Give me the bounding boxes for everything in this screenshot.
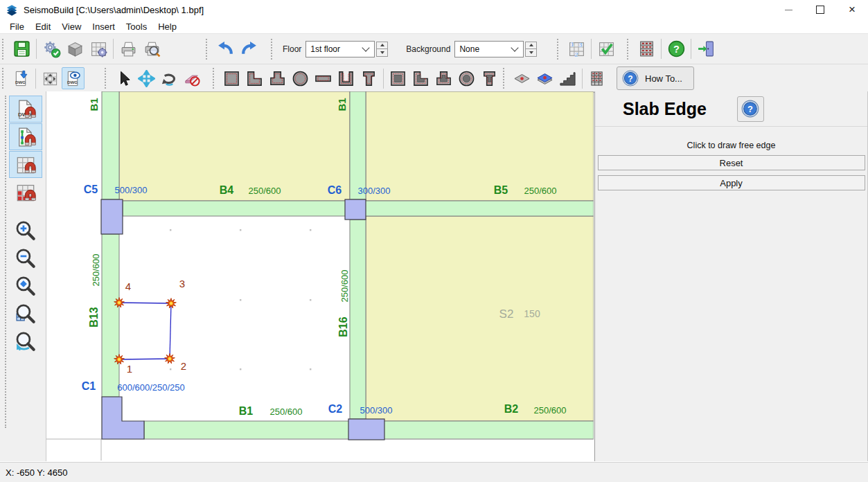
toolbar-grip[interactable] <box>627 39 631 60</box>
maximize-button[interactable] <box>804 0 836 19</box>
free-edge-point-number: 2 <box>181 360 186 372</box>
slab-s2[interactable] <box>366 216 594 421</box>
apply-button[interactable]: Apply <box>598 175 865 190</box>
beam-b13-vertical[interactable] <box>102 234 119 397</box>
section-L-icon <box>246 70 263 87</box>
floor-spinner[interactable] <box>376 42 388 57</box>
free-edge-line[interactable] <box>119 359 170 359</box>
exit-door-button[interactable] <box>694 37 718 61</box>
floor-select[interactable]: 1st floor <box>305 41 375 57</box>
toolbar-grip[interactable] <box>213 68 217 89</box>
how-to-button[interactable]: ?How To... <box>617 66 694 90</box>
reset-button[interactable]: Reset <box>598 155 865 170</box>
drawing-label: 250/600 <box>524 186 557 196</box>
section-circle-jacketed-button[interactable] <box>455 67 478 89</box>
building-frame-button[interactable] <box>635 37 658 61</box>
toolbar-grip[interactable] <box>271 39 275 60</box>
section-wall-button[interactable] <box>312 67 335 89</box>
grid-dot <box>240 229 241 231</box>
app-logo-icon <box>6 3 19 17</box>
toolbar-grip[interactable] <box>2 68 6 89</box>
redo-button[interactable] <box>237 37 260 61</box>
beam-b1-top-left-vertical[interactable] <box>102 91 119 199</box>
slab-top-right[interactable] <box>366 91 594 201</box>
spinner-up-button[interactable] <box>376 42 388 50</box>
building-3d-button[interactable] <box>585 67 608 89</box>
menu-edit[interactable]: Edit <box>30 21 56 32</box>
spinner-down-button[interactable] <box>525 49 537 57</box>
settings-check-button[interactable] <box>39 37 63 61</box>
grid-pan-button[interactable] <box>39 67 62 89</box>
zoom-in-button[interactable] <box>9 217 42 244</box>
snap-vertices-button[interactable] <box>9 123 42 150</box>
menu-help[interactable]: Help <box>152 21 182 32</box>
grid-settings-button[interactable] <box>87 37 110 61</box>
zoom-out-button[interactable] <box>9 244 42 271</box>
section-T-button[interactable] <box>266 67 289 89</box>
free-edge-line[interactable] <box>170 303 171 359</box>
undo-button[interactable] <box>213 37 237 61</box>
cube-3d-button[interactable] <box>63 37 87 61</box>
background-spinner[interactable] <box>525 42 537 57</box>
toolbar-grip[interactable] <box>105 68 109 89</box>
menu-view[interactable]: View <box>56 21 87 32</box>
section-rect-button[interactable] <box>220 67 243 89</box>
slab-top-left[interactable] <box>119 91 350 201</box>
toolbar-grip[interactable] <box>557 39 561 60</box>
select-cursor-button[interactable] <box>112 67 135 89</box>
zoom-window-button[interactable] <box>9 300 42 327</box>
section-T-deep-button[interactable] <box>357 67 380 89</box>
slab-tool-button[interactable] <box>511 67 533 89</box>
menu-tools[interactable]: Tools <box>121 21 152 32</box>
snap-grid-button[interactable] <box>9 151 42 178</box>
print-preview-button[interactable] <box>140 37 163 61</box>
beam-b16-vertical[interactable] <box>350 220 366 419</box>
column-c5[interactable] <box>101 199 123 234</box>
rotate-view-button[interactable] <box>158 67 181 89</box>
dwg-import-button[interactable]: DWG <box>10 67 33 89</box>
stairs-tool-icon <box>559 70 576 87</box>
section-L-jacketed-button[interactable] <box>409 67 432 89</box>
menu-insert[interactable]: Insert <box>87 21 121 32</box>
menu-file[interactable]: File <box>4 21 30 32</box>
move-tool-button[interactable] <box>135 67 158 89</box>
column-c2[interactable] <box>348 419 384 440</box>
column-c6[interactable] <box>345 199 366 220</box>
dwg-view-button[interactable]: DWG <box>62 67 85 89</box>
slab-jacketed-button[interactable] <box>533 67 556 89</box>
stairs-tool-button[interactable] <box>556 67 579 89</box>
section-T-deep-jacketed-button[interactable] <box>478 67 501 89</box>
drawing-canvas[interactable]: 1234B1B1C5500/300B4250/600C6300/300B5250… <box>46 91 594 461</box>
close-button[interactable]: × <box>836 0 868 19</box>
toolbar-grip[interactable] <box>2 39 6 60</box>
print-button[interactable] <box>116 37 140 61</box>
snap-dwg-button[interactable]: DWG <box>9 96 42 123</box>
free-edge-line[interactable] <box>119 303 171 303</box>
snap-grid-icon <box>15 154 37 176</box>
svg-text:DWG: DWG <box>15 80 26 84</box>
zoom-dynamic-button[interactable] <box>9 328 42 355</box>
minimize-button[interactable] <box>772 0 804 19</box>
beam-b1-top-right-vertical[interactable] <box>350 91 366 199</box>
save-button[interactable] <box>10 37 33 61</box>
section-rect-jacketed-button[interactable] <box>387 67 409 89</box>
slab-edge-help-button[interactable]: ? <box>737 96 764 122</box>
help-green-button[interactable]: ? <box>664 37 688 61</box>
column-c1[interactable] <box>102 397 144 439</box>
section-U-button[interactable] <box>335 67 357 89</box>
background-select[interactable]: None <box>454 41 524 57</box>
renumber-grid-button[interactable]: 132 <box>565 37 588 61</box>
zoom-extents-button[interactable] <box>9 272 42 299</box>
spinner-down-button[interactable] <box>376 49 388 57</box>
check-model-button[interactable] <box>594 37 618 61</box>
free-edge-point-number: 3 <box>179 278 185 289</box>
spinner-up-button[interactable] <box>525 42 537 50</box>
section-T-jacketed-button[interactable] <box>432 67 455 89</box>
toolbar-grip[interactable] <box>503 68 507 89</box>
section-L-button[interactable] <box>243 67 266 89</box>
snap-members-button[interactable] <box>9 179 42 206</box>
toolbar-grip[interactable] <box>206 39 210 60</box>
section-circle-button[interactable] <box>289 67 312 89</box>
delete-tool-button[interactable] <box>181 67 204 89</box>
sidebar-grip[interactable] <box>5 96 6 428</box>
